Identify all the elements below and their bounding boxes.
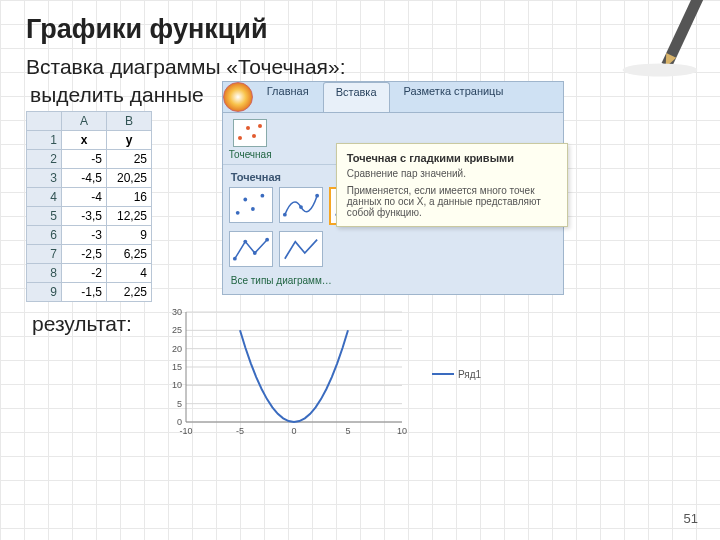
- tab-layout[interactable]: Разметка страницы: [392, 82, 516, 112]
- svg-point-3: [236, 211, 240, 215]
- svg-text:10: 10: [172, 380, 182, 390]
- ribbon-tabs: Главная Вставка Разметка страницы: [223, 82, 563, 113]
- svg-text:25: 25: [172, 325, 182, 335]
- svg-point-8: [299, 205, 303, 209]
- cell[interactable]: 9: [107, 226, 152, 245]
- svg-text:0: 0: [291, 426, 296, 436]
- cell[interactable]: 25: [107, 150, 152, 169]
- row-header[interactable]: 4: [27, 188, 62, 207]
- cell[interactable]: -1,5: [62, 283, 107, 302]
- all-chart-types[interactable]: Все типы диаграмм…: [229, 273, 557, 288]
- chart-thumb-smooth-markers[interactable]: [279, 187, 323, 223]
- svg-point-6: [260, 194, 264, 198]
- cell[interactable]: -3: [62, 226, 107, 245]
- pencil-decoration: [616, 0, 720, 92]
- cell[interactable]: -4,5: [62, 169, 107, 188]
- chart-thumb-points[interactable]: [229, 187, 273, 223]
- legend-label: Ряд1: [458, 369, 481, 380]
- col-header-a[interactable]: A: [62, 112, 107, 131]
- svg-text:20: 20: [172, 344, 182, 354]
- cell[interactable]: 12,25: [107, 207, 152, 226]
- svg-text:-5: -5: [236, 426, 244, 436]
- cell[interactable]: 6,25: [107, 245, 152, 264]
- svg-point-11: [243, 240, 247, 244]
- scatter-icon: [233, 119, 267, 147]
- spreadsheet: A B 1xy2-5253-4,520,254-4165-3,512,256-3…: [26, 111, 152, 302]
- svg-text:5: 5: [345, 426, 350, 436]
- cell[interactable]: -2: [62, 264, 107, 283]
- sheet-corner[interactable]: [27, 112, 62, 131]
- tooltip: Точечная с гладкими кривыми Сравнение па…: [336, 143, 568, 227]
- svg-text:5: 5: [177, 399, 182, 409]
- row-header[interactable]: 2: [27, 150, 62, 169]
- svg-point-2: [623, 63, 698, 76]
- cell[interactable]: 2,25: [107, 283, 152, 302]
- svg-point-10: [233, 257, 237, 261]
- result-label: результат:: [32, 312, 132, 444]
- svg-point-12: [253, 251, 257, 255]
- tab-insert[interactable]: Вставка: [323, 82, 390, 112]
- svg-point-9: [315, 194, 319, 198]
- tooltip-line1: Сравнение пар значений.: [347, 168, 557, 179]
- svg-point-13: [265, 238, 269, 242]
- result-chart: 051015202530-10-50510: [152, 304, 412, 444]
- tooltip-line2: Применяется, если имеется много точек да…: [347, 185, 557, 218]
- cell[interactable]: 4: [107, 264, 152, 283]
- cell[interactable]: y: [107, 131, 152, 150]
- row-header[interactable]: 9: [27, 283, 62, 302]
- chart-legend: Ряд1: [432, 304, 481, 444]
- select-data-label: выделить данные: [30, 83, 204, 107]
- svg-point-4: [243, 198, 247, 202]
- slide-title: Графики функций: [26, 14, 694, 45]
- tab-home[interactable]: Главная: [255, 82, 321, 112]
- svg-point-7: [283, 213, 287, 217]
- scatter-chart-button[interactable]: Точечная: [229, 119, 272, 160]
- tooltip-title: Точечная с гладкими кривыми: [347, 152, 557, 164]
- svg-text:30: 30: [172, 307, 182, 317]
- chart-thumb-lines[interactable]: [279, 231, 323, 267]
- col-header-b[interactable]: B: [107, 112, 152, 131]
- legend-line-icon: [432, 373, 454, 375]
- cell[interactable]: 20,25: [107, 169, 152, 188]
- row-header[interactable]: 7: [27, 245, 62, 264]
- subtitle: Вставка диаграммы «Точечная»:: [26, 55, 694, 79]
- svg-point-5: [251, 207, 255, 211]
- cell[interactable]: -5: [62, 150, 107, 169]
- svg-text:10: 10: [397, 426, 407, 436]
- scatter-button-label: Точечная: [229, 149, 272, 160]
- row-header[interactable]: 1: [27, 131, 62, 150]
- cell[interactable]: 16: [107, 188, 152, 207]
- page-number: 51: [684, 511, 698, 526]
- cell[interactable]: x: [62, 131, 107, 150]
- row-header[interactable]: 5: [27, 207, 62, 226]
- svg-text:-10: -10: [179, 426, 192, 436]
- row-header[interactable]: 3: [27, 169, 62, 188]
- row-header[interactable]: 6: [27, 226, 62, 245]
- chart-thumb-lines-markers[interactable]: [229, 231, 273, 267]
- cell[interactable]: -4: [62, 188, 107, 207]
- office-orb[interactable]: [223, 82, 253, 112]
- row-header[interactable]: 8: [27, 264, 62, 283]
- svg-text:15: 15: [172, 362, 182, 372]
- cell[interactable]: -3,5: [62, 207, 107, 226]
- cell[interactable]: -2,5: [62, 245, 107, 264]
